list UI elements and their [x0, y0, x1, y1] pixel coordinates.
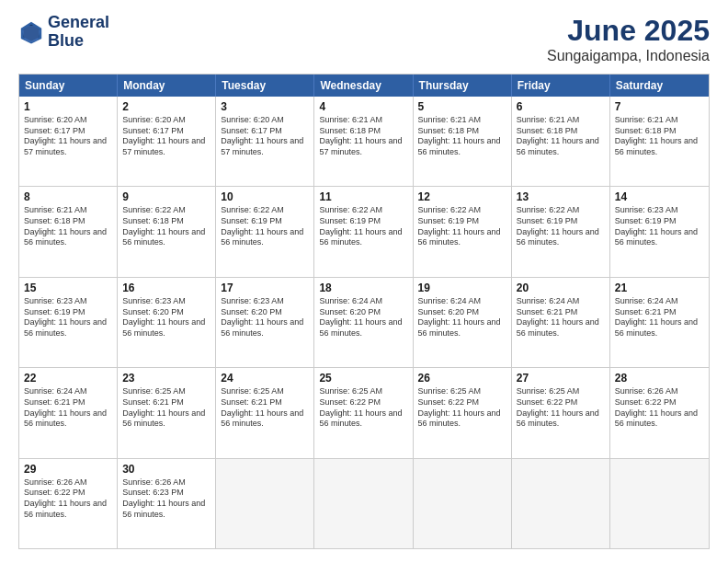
- day-info: Sunrise: 6:25 AMSunset: 6:22 PMDaylight:…: [418, 386, 506, 430]
- day-info: Sunrise: 6:25 AMSunset: 6:22 PMDaylight:…: [517, 386, 605, 430]
- day-info: Sunrise: 6:24 AMSunset: 6:20 PMDaylight:…: [418, 296, 506, 339]
- day-number: 22: [24, 372, 112, 385]
- calendar-day: 15Sunrise: 6:23 AMSunset: 6:19 PMDayligh…: [19, 278, 118, 367]
- day-info: Sunrise: 6:26 AMSunset: 6:22 PMDaylight:…: [615, 386, 704, 430]
- day-number: 11: [319, 190, 407, 203]
- day-info: Sunrise: 6:21 AMSunset: 6:18 PMDaylight:…: [24, 205, 112, 248]
- day-info: Sunrise: 6:21 AMSunset: 6:18 PMDaylight:…: [319, 115, 407, 158]
- day-info: Sunrise: 6:23 AMSunset: 6:19 PMDaylight:…: [24, 296, 112, 339]
- weekday-header: Saturday: [610, 75, 709, 97]
- calendar-day-empty: [610, 459, 709, 548]
- day-info: Sunrise: 6:26 AMSunset: 6:23 PMDaylight:…: [122, 477, 210, 521]
- day-number: 21: [615, 282, 704, 294]
- day-number: 24: [221, 372, 309, 385]
- day-info: Sunrise: 6:25 AMSunset: 6:22 PMDaylight:…: [319, 386, 407, 430]
- calendar-day: 11Sunrise: 6:22 AMSunset: 6:19 PMDayligh…: [314, 187, 413, 276]
- day-number: 19: [418, 282, 506, 294]
- day-number: 29: [24, 463, 112, 476]
- calendar-body: 1Sunrise: 6:20 AMSunset: 6:17 PMDaylight…: [19, 97, 709, 548]
- calendar-day: 16Sunrise: 6:23 AMSunset: 6:20 PMDayligh…: [118, 278, 216, 367]
- day-number: 3: [221, 100, 309, 113]
- weekday-header: Wednesday: [314, 75, 413, 97]
- logo-text: General Blue: [48, 14, 109, 51]
- day-info: Sunrise: 6:22 AMSunset: 6:19 PMDaylight:…: [319, 205, 407, 248]
- calendar-day: 17Sunrise: 6:23 AMSunset: 6:20 PMDayligh…: [216, 278, 314, 367]
- calendar-day: 12Sunrise: 6:22 AMSunset: 6:19 PMDayligh…: [414, 187, 512, 276]
- day-number: 30: [122, 463, 210, 476]
- calendar-day: 25Sunrise: 6:25 AMSunset: 6:22 PMDayligh…: [314, 368, 413, 457]
- calendar-day: 27Sunrise: 6:25 AMSunset: 6:22 PMDayligh…: [512, 368, 610, 457]
- calendar-week: 1Sunrise: 6:20 AMSunset: 6:17 PMDaylight…: [19, 97, 709, 186]
- calendar-week: 8Sunrise: 6:21 AMSunset: 6:18 PMDaylight…: [19, 186, 709, 276]
- day-info: Sunrise: 6:26 AMSunset: 6:22 PMDaylight:…: [24, 477, 112, 521]
- day-info: Sunrise: 6:20 AMSunset: 6:17 PMDaylight:…: [221, 115, 309, 158]
- weekday-header: Thursday: [414, 75, 512, 97]
- logo-icon: [18, 19, 44, 45]
- day-info: Sunrise: 6:21 AMSunset: 6:18 PMDaylight:…: [517, 115, 605, 158]
- day-info: Sunrise: 6:22 AMSunset: 6:19 PMDaylight:…: [221, 205, 309, 248]
- calendar-week: 22Sunrise: 6:24 AMSunset: 6:21 PMDayligh…: [19, 367, 709, 457]
- page: General Blue June 2025 Sungaigampa, Indo…: [0, 0, 728, 563]
- day-number: 15: [24, 282, 112, 294]
- day-number: 8: [24, 190, 112, 203]
- calendar-day-empty: [314, 459, 413, 548]
- day-info: Sunrise: 6:22 AMSunset: 6:18 PMDaylight:…: [122, 205, 210, 248]
- day-info: Sunrise: 6:23 AMSunset: 6:20 PMDaylight:…: [122, 296, 210, 339]
- weekday-header: Friday: [512, 75, 610, 97]
- calendar-day: 10Sunrise: 6:22 AMSunset: 6:19 PMDayligh…: [216, 187, 314, 276]
- day-info: Sunrise: 6:24 AMSunset: 6:21 PMDaylight:…: [615, 296, 704, 339]
- day-info: Sunrise: 6:24 AMSunset: 6:21 PMDaylight:…: [517, 296, 605, 339]
- day-number: 28: [615, 372, 704, 385]
- day-number: 26: [418, 372, 506, 385]
- day-info: Sunrise: 6:24 AMSunset: 6:20 PMDaylight:…: [319, 296, 407, 339]
- day-info: Sunrise: 6:23 AMSunset: 6:19 PMDaylight:…: [615, 205, 704, 248]
- calendar-day: 13Sunrise: 6:22 AMSunset: 6:19 PMDayligh…: [512, 187, 610, 276]
- day-number: 7: [615, 100, 704, 113]
- calendar-day: 8Sunrise: 6:21 AMSunset: 6:18 PMDaylight…: [19, 187, 118, 276]
- day-number: 5: [418, 100, 506, 113]
- day-number: 20: [517, 282, 605, 294]
- day-info: Sunrise: 6:21 AMSunset: 6:18 PMDaylight:…: [418, 115, 506, 158]
- calendar-day: 2Sunrise: 6:20 AMSunset: 6:17 PMDaylight…: [118, 97, 216, 186]
- calendar-day: 20Sunrise: 6:24 AMSunset: 6:21 PMDayligh…: [512, 278, 610, 367]
- calendar-day: 14Sunrise: 6:23 AMSunset: 6:19 PMDayligh…: [610, 187, 709, 276]
- calendar-subtitle: Sungaigampa, Indonesia: [547, 48, 710, 64]
- calendar-day: 18Sunrise: 6:24 AMSunset: 6:20 PMDayligh…: [314, 278, 413, 367]
- calendar-day: 5Sunrise: 6:21 AMSunset: 6:18 PMDaylight…: [414, 97, 512, 186]
- title-block: June 2025 Sungaigampa, Indonesia: [547, 14, 710, 64]
- day-info: Sunrise: 6:25 AMSunset: 6:21 PMDaylight:…: [122, 386, 210, 430]
- day-number: 16: [122, 282, 210, 294]
- day-number: 13: [517, 190, 605, 203]
- day-info: Sunrise: 6:20 AMSunset: 6:17 PMDaylight:…: [122, 115, 210, 158]
- calendar-day: 29Sunrise: 6:26 AMSunset: 6:22 PMDayligh…: [19, 459, 118, 548]
- day-number: 25: [319, 372, 407, 385]
- calendar-day: 21Sunrise: 6:24 AMSunset: 6:21 PMDayligh…: [610, 278, 709, 367]
- weekday-header: Monday: [118, 75, 216, 97]
- day-info: Sunrise: 6:24 AMSunset: 6:21 PMDaylight:…: [24, 386, 112, 430]
- calendar-day: 26Sunrise: 6:25 AMSunset: 6:22 PMDayligh…: [414, 368, 512, 457]
- day-info: Sunrise: 6:20 AMSunset: 6:17 PMDaylight:…: [24, 115, 112, 158]
- day-number: 23: [122, 372, 210, 385]
- calendar-day: 6Sunrise: 6:21 AMSunset: 6:18 PMDaylight…: [512, 97, 610, 186]
- calendar-day: 7Sunrise: 6:21 AMSunset: 6:18 PMDaylight…: [610, 97, 709, 186]
- calendar-title: June 2025: [547, 14, 710, 48]
- day-number: 17: [221, 282, 309, 294]
- calendar-day: 28Sunrise: 6:26 AMSunset: 6:22 PMDayligh…: [610, 368, 709, 457]
- calendar-day-empty: [512, 459, 610, 548]
- calendar-day: 4Sunrise: 6:21 AMSunset: 6:18 PMDaylight…: [314, 97, 413, 186]
- calendar-day-empty: [414, 459, 512, 548]
- calendar-day: 24Sunrise: 6:25 AMSunset: 6:21 PMDayligh…: [216, 368, 314, 457]
- day-info: Sunrise: 6:25 AMSunset: 6:21 PMDaylight:…: [221, 386, 309, 430]
- day-number: 14: [615, 190, 704, 203]
- calendar-header: SundayMondayTuesdayWednesdayThursdayFrid…: [19, 75, 709, 97]
- day-number: 1: [24, 100, 112, 113]
- day-number: 4: [319, 100, 407, 113]
- calendar-day: 3Sunrise: 6:20 AMSunset: 6:17 PMDaylight…: [216, 97, 314, 186]
- calendar-day: 22Sunrise: 6:24 AMSunset: 6:21 PMDayligh…: [19, 368, 118, 457]
- day-number: 18: [319, 282, 407, 294]
- calendar-week: 15Sunrise: 6:23 AMSunset: 6:19 PMDayligh…: [19, 277, 709, 367]
- day-number: 2: [122, 100, 210, 113]
- calendar-day: 30Sunrise: 6:26 AMSunset: 6:23 PMDayligh…: [118, 459, 216, 548]
- day-number: 10: [221, 190, 309, 203]
- day-number: 9: [122, 190, 210, 203]
